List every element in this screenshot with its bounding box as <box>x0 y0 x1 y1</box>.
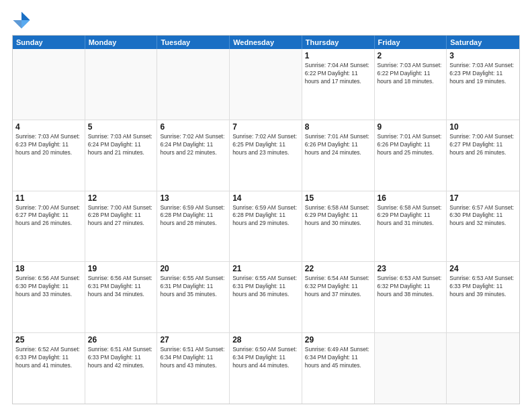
calendar-cell: 17Sunrise: 6:57 AM Sunset: 6:30 PM Dayli… <box>447 191 519 262</box>
calendar-row-2: 11Sunrise: 7:00 AM Sunset: 6:27 PM Dayli… <box>13 191 519 263</box>
cell-info: Sunrise: 6:54 AM Sunset: 6:32 PM Dayligh… <box>305 275 371 299</box>
logo-icon <box>12 11 31 30</box>
calendar-cell: 22Sunrise: 6:54 AM Sunset: 6:32 PM Dayli… <box>302 262 375 332</box>
calendar-cell <box>13 49 85 120</box>
svg-marker-2 <box>13 20 21 29</box>
cell-day-number: 12 <box>88 193 154 203</box>
cell-day-number: 16 <box>378 193 444 203</box>
cell-day-number: 11 <box>15 193 82 203</box>
svg-marker-1 <box>21 20 30 29</box>
svg-marker-0 <box>21 11 30 20</box>
cell-info: Sunrise: 6:53 AM Sunset: 6:32 PM Dayligh… <box>378 275 444 299</box>
cell-day-number: 24 <box>449 264 517 273</box>
cell-day-number: 25 <box>15 335 82 345</box>
cell-info: Sunrise: 7:04 AM Sunset: 6:22 PM Dayligh… <box>305 62 371 86</box>
cell-info: Sunrise: 6:56 AM Sunset: 6:31 PM Dayligh… <box>88 275 154 299</box>
calendar-cell: 14Sunrise: 6:59 AM Sunset: 6:28 PM Dayli… <box>230 191 302 262</box>
calendar: SundayMondayTuesdayWednesdayThursdayFrid… <box>12 35 520 404</box>
cell-day-number: 22 <box>305 264 371 273</box>
calendar-cell <box>375 333 447 404</box>
cell-day-number: 23 <box>378 264 444 273</box>
cell-day-number: 13 <box>160 193 226 203</box>
cell-info: Sunrise: 6:51 AM Sunset: 6:34 PM Dayligh… <box>160 346 226 370</box>
cell-info: Sunrise: 6:52 AM Sunset: 6:33 PM Dayligh… <box>15 346 82 370</box>
calendar-cell: 23Sunrise: 6:53 AM Sunset: 6:32 PM Dayli… <box>375 262 447 332</box>
cell-day-number: 10 <box>449 122 517 132</box>
calendar-header: SundayMondayTuesdayWednesdayThursdayFrid… <box>13 36 519 49</box>
page: SundayMondayTuesdayWednesdayThursdayFrid… <box>0 0 532 411</box>
cell-info: Sunrise: 6:57 AM Sunset: 6:30 PM Dayligh… <box>449 204 517 228</box>
cell-info: Sunrise: 7:03 AM Sunset: 6:22 PM Dayligh… <box>378 62 444 86</box>
cell-day-number: 2 <box>378 51 444 60</box>
cell-info: Sunrise: 6:58 AM Sunset: 6:29 PM Dayligh… <box>305 204 371 228</box>
calendar-cell: 8Sunrise: 7:01 AM Sunset: 6:26 PM Daylig… <box>302 120 375 191</box>
calendar-cell: 28Sunrise: 6:50 AM Sunset: 6:34 PM Dayli… <box>230 333 302 404</box>
calendar-cell: 12Sunrise: 7:00 AM Sunset: 6:28 PM Dayli… <box>85 191 158 262</box>
calendar-body: 1Sunrise: 7:04 AM Sunset: 6:22 PM Daylig… <box>13 49 519 404</box>
cell-day-number: 21 <box>232 264 299 273</box>
cell-info: Sunrise: 7:03 AM Sunset: 6:24 PM Dayligh… <box>88 133 154 157</box>
logo <box>12 11 34 30</box>
calendar-cell: 13Sunrise: 6:59 AM Sunset: 6:28 PM Dayli… <box>157 191 230 262</box>
calendar-cell: 25Sunrise: 6:52 AM Sunset: 6:33 PM Dayli… <box>13 333 85 404</box>
calendar-cell: 21Sunrise: 6:55 AM Sunset: 6:31 PM Dayli… <box>230 262 302 332</box>
cell-info: Sunrise: 6:49 AM Sunset: 6:34 PM Dayligh… <box>305 346 371 370</box>
cell-info: Sunrise: 7:01 AM Sunset: 6:26 PM Dayligh… <box>305 133 371 157</box>
cell-info: Sunrise: 6:59 AM Sunset: 6:28 PM Dayligh… <box>232 204 299 228</box>
calendar-cell: 1Sunrise: 7:04 AM Sunset: 6:22 PM Daylig… <box>302 49 375 120</box>
cell-day-number: 9 <box>378 122 444 132</box>
cell-info: Sunrise: 6:56 AM Sunset: 6:30 PM Dayligh… <box>15 275 82 299</box>
cell-day-number: 7 <box>232 122 299 132</box>
cell-info: Sunrise: 6:51 AM Sunset: 6:33 PM Dayligh… <box>88 346 154 370</box>
calendar-cell: 20Sunrise: 6:55 AM Sunset: 6:31 PM Dayli… <box>157 262 230 332</box>
calendar-cell: 11Sunrise: 7:00 AM Sunset: 6:27 PM Dayli… <box>13 191 85 262</box>
cell-day-number: 4 <box>15 122 82 132</box>
weekday-header-sunday: Sunday <box>13 36 85 49</box>
weekday-header-friday: Friday <box>375 36 447 49</box>
calendar-cell <box>447 333 519 404</box>
cell-info: Sunrise: 7:01 AM Sunset: 6:26 PM Dayligh… <box>378 133 444 157</box>
weekday-header-wednesday: Wednesday <box>230 36 302 49</box>
calendar-cell: 7Sunrise: 7:02 AM Sunset: 6:25 PM Daylig… <box>230 120 302 191</box>
cell-info: Sunrise: 7:00 AM Sunset: 6:28 PM Dayligh… <box>88 204 154 228</box>
calendar-cell: 15Sunrise: 6:58 AM Sunset: 6:29 PM Dayli… <box>302 191 375 262</box>
cell-day-number: 20 <box>160 264 226 273</box>
cell-day-number: 18 <box>15 264 82 273</box>
calendar-cell <box>157 49 230 120</box>
cell-info: Sunrise: 6:50 AM Sunset: 6:34 PM Dayligh… <box>232 346 299 370</box>
calendar-row-1: 4Sunrise: 7:03 AM Sunset: 6:23 PM Daylig… <box>13 120 519 191</box>
calendar-cell: 29Sunrise: 6:49 AM Sunset: 6:34 PM Dayli… <box>302 333 375 404</box>
calendar-row-3: 18Sunrise: 6:56 AM Sunset: 6:30 PM Dayli… <box>13 262 519 333</box>
cell-info: Sunrise: 6:58 AM Sunset: 6:29 PM Dayligh… <box>378 204 444 228</box>
cell-info: Sunrise: 6:59 AM Sunset: 6:28 PM Dayligh… <box>160 204 226 228</box>
calendar-cell: 18Sunrise: 6:56 AM Sunset: 6:30 PM Dayli… <box>13 262 85 332</box>
calendar-cell: 5Sunrise: 7:03 AM Sunset: 6:24 PM Daylig… <box>85 120 158 191</box>
cell-day-number: 17 <box>449 193 517 203</box>
cell-info: Sunrise: 7:00 AM Sunset: 6:27 PM Dayligh… <box>449 133 517 157</box>
cell-day-number: 3 <box>449 51 517 60</box>
cell-info: Sunrise: 7:03 AM Sunset: 6:23 PM Dayligh… <box>15 133 82 157</box>
calendar-cell: 10Sunrise: 7:00 AM Sunset: 6:27 PM Dayli… <box>447 120 519 191</box>
calendar-cell: 26Sunrise: 6:51 AM Sunset: 6:33 PM Dayli… <box>85 333 158 404</box>
weekday-header-tuesday: Tuesday <box>157 36 230 49</box>
weekday-header-thursday: Thursday <box>302 36 375 49</box>
calendar-cell: 4Sunrise: 7:03 AM Sunset: 6:23 PM Daylig… <box>13 120 85 191</box>
cell-info: Sunrise: 7:03 AM Sunset: 6:23 PM Dayligh… <box>449 62 517 86</box>
header <box>12 11 520 30</box>
cell-day-number: 15 <box>305 193 371 203</box>
cell-day-number: 5 <box>88 122 154 132</box>
cell-info: Sunrise: 6:55 AM Sunset: 6:31 PM Dayligh… <box>160 275 226 299</box>
cell-day-number: 6 <box>160 122 226 132</box>
calendar-cell: 24Sunrise: 6:53 AM Sunset: 6:33 PM Dayli… <box>447 262 519 332</box>
cell-day-number: 27 <box>160 335 226 345</box>
cell-day-number: 14 <box>232 193 299 203</box>
weekday-header-saturday: Saturday <box>447 36 519 49</box>
calendar-cell: 9Sunrise: 7:01 AM Sunset: 6:26 PM Daylig… <box>375 120 447 191</box>
calendar-cell: 19Sunrise: 6:56 AM Sunset: 6:31 PM Dayli… <box>85 262 158 332</box>
calendar-row-4: 25Sunrise: 6:52 AM Sunset: 6:33 PM Dayli… <box>13 333 519 404</box>
weekday-header-monday: Monday <box>85 36 158 49</box>
cell-day-number: 8 <box>305 122 371 132</box>
calendar-row-0: 1Sunrise: 7:04 AM Sunset: 6:22 PM Daylig… <box>13 49 519 120</box>
calendar-cell: 6Sunrise: 7:02 AM Sunset: 6:24 PM Daylig… <box>157 120 230 191</box>
calendar-cell: 3Sunrise: 7:03 AM Sunset: 6:23 PM Daylig… <box>447 49 519 120</box>
